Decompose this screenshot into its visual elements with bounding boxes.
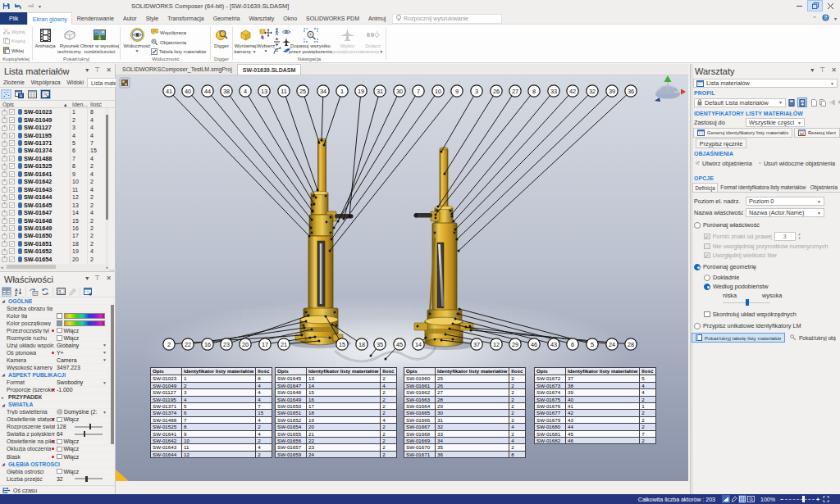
- visibility-checkbox-icon[interactable]: [9, 171, 15, 177]
- list-item[interactable]: SW-0102318: [0, 108, 103, 116]
- callout-balloon[interactable]: 32: [587, 85, 598, 97]
- panel-menu-icon[interactable]: ▾: [85, 275, 89, 282]
- profile-saveas-icon[interactable]: [797, 98, 807, 107]
- property-row[interactable]: Ścieżka obrazu tła: [0, 305, 115, 312]
- workshop-selector[interactable]: Lista materiałów ▼: [693, 79, 838, 88]
- property-value[interactable]: Y+: [57, 350, 64, 356]
- property-row[interactable]: Oś pionowaY+▼: [0, 349, 115, 356]
- callout-balloon[interactable]: 30: [394, 85, 405, 97]
- exact-radio[interactable]: [704, 275, 710, 281]
- property-row[interactable]: Użyj układu współr...Globalny▼: [0, 342, 115, 349]
- close-button[interactable]: [823, 0, 838, 11]
- prop-tool-refresh-icon[interactable]: [40, 287, 50, 297]
- callout-balloon[interactable]: 45: [394, 338, 405, 350]
- undo-icon[interactable]: [14, 2, 22, 10]
- create-callouts-button[interactable]: Utwórz objaśnienia: [692, 158, 756, 168]
- bom-tool-table-icon[interactable]: [27, 89, 38, 99]
- callout-balloon[interactable]: 33: [548, 85, 559, 97]
- callout-balloon[interactable]: 7: [413, 85, 424, 97]
- sb-render-icon[interactable]: [722, 495, 730, 503]
- expand-arrow-icon[interactable]: ◢: [2, 461, 5, 466]
- callout-balloon[interactable]: 38: [221, 85, 232, 97]
- viewport-mode-icon[interactable]: [120, 78, 130, 88]
- property-value[interactable]: 64: [57, 431, 103, 437]
- dropdown-caret-icon[interactable]: ▼: [103, 380, 107, 385]
- coord-checkbox[interactable]: [704, 311, 710, 318]
- callout-balloon[interactable]: 16: [202, 338, 213, 350]
- callout-balloon[interactable]: 31: [374, 85, 386, 97]
- property-row[interactable]: Światła z połyskiem64: [0, 431, 115, 438]
- skip-chars-checkbox[interactable]: ✓: [704, 234, 710, 240]
- callout-balloon[interactable]: 43: [548, 338, 559, 350]
- profile-export-icon[interactable]: [829, 99, 835, 106]
- property-value[interactable]: Włącz: [57, 469, 79, 474]
- collapse-ribbon-icon[interactable]: ⌃: [812, 16, 817, 22]
- profile-combo[interactable]: Default Lista materiałów ▼: [694, 98, 786, 107]
- list-item[interactable]: SW-0119544: [0, 131, 103, 138]
- visibility-checkbox-icon[interactable]: [9, 163, 15, 169]
- sb-fit-icon[interactable]: [746, 495, 755, 503]
- prop-tool-pencil-icon[interactable]: [67, 287, 77, 297]
- callout-balloon[interactable]: 3: [471, 85, 482, 97]
- bom-panel-tab[interactable]: Widoki: [64, 78, 87, 87]
- visibility-checkbox-icon[interactable]: [9, 179, 15, 184]
- toggle-bom-table-button[interactable]: Pokaż/ukryj tabelę listy materiałów: [692, 333, 785, 343]
- generate-ids-button[interactable]: Generuj identyfikatory listy materiałów: [693, 128, 792, 138]
- list-item[interactable]: SW-01649162: [0, 225, 103, 232]
- callout-balloon[interactable]: 14: [413, 338, 424, 350]
- profile-copy-icon[interactable]: [819, 99, 826, 107]
- callout-balloon[interactable]: 27: [509, 85, 521, 97]
- property-checkbox[interactable]: [57, 328, 62, 334]
- bom-tool-filter-icon[interactable]: [1, 89, 11, 99]
- zoom-out-icon[interactable]: −: [780, 497, 783, 502]
- collaboration-button[interactable]: Współpraca: [151, 28, 206, 37]
- case-checkbox[interactable]: ✓: [704, 252, 710, 259]
- menu-tab-solidworks-pdm[interactable]: SOLIDWORKS PDM: [302, 12, 364, 25]
- visibility-checkbox-icon[interactable]: [9, 210, 15, 216]
- similarity-radio[interactable]: [704, 284, 710, 290]
- callout-balloon[interactable]: 12: [491, 338, 502, 350]
- list-item[interactable]: SW-01647144: [0, 209, 103, 216]
- property-checkbox[interactable]: [57, 447, 62, 452]
- property-value[interactable]: [57, 313, 105, 319]
- property-checkbox[interactable]: [57, 454, 62, 460]
- color-swatch[interactable]: [57, 320, 62, 326]
- close-icon[interactable]: ✕: [106, 66, 112, 74]
- property-value[interactable]: Włącz: [57, 416, 79, 422]
- menu-tab-geometria[interactable]: Geometria: [208, 12, 244, 25]
- expand-arrow-icon[interactable]: ◢: [2, 402, 5, 407]
- property-value[interactable]: Włącz: [57, 454, 79, 460]
- remove-callouts-button[interactable]: Usuń widoczne objaśnienia: [756, 158, 838, 168]
- dropdown-caret-icon[interactable]: ▼: [103, 410, 107, 415]
- menu-tab-transformacja[interactable]: Transformacja: [163, 12, 208, 25]
- property-row[interactable]: KameraCamera▼: [0, 356, 115, 364]
- animation-button[interactable]: Animacja: [33, 27, 57, 49]
- property-row[interactable]: Głębia ostrościWłącz: [0, 468, 115, 475]
- zoom-vertical-tool-icon[interactable]: [273, 38, 282, 48]
- document-tab[interactable]: SW-01639.SLDASM: [237, 64, 301, 75]
- list-item[interactable]: SW-0112734: [0, 124, 103, 131]
- skip-chars-spinner[interactable]: 3: [774, 232, 796, 241]
- property-value[interactable]: Włącz: [57, 335, 79, 341]
- close-icon[interactable]: ✕: [106, 275, 112, 282]
- zoom-fit-button[interactable]: Dopasuj wszystko przez powiększenie: [288, 27, 333, 54]
- fullscreen-icon[interactable]: [822, 495, 830, 503]
- property-slider[interactable]: [75, 434, 103, 435]
- unique-ids-radio[interactable]: [694, 323, 701, 329]
- property-value[interactable]: 3497.223: [57, 365, 80, 370]
- list-item[interactable]: SW-01642102: [0, 178, 103, 185]
- property-row[interactable]: Wysokość kamery3497.223: [0, 364, 115, 371]
- property-checkbox[interactable]: [57, 469, 62, 474]
- sb-grid-icon[interactable]: [738, 495, 746, 503]
- list-item[interactable]: SW-0137157: [0, 139, 103, 147]
- prop-tool-reset-icon[interactable]: [29, 287, 39, 297]
- pin-icon[interactable]: ⊤: [94, 275, 100, 282]
- timeline-tab[interactable]: Oś czasu: [0, 485, 116, 494]
- property-row[interactable]: Okluzja otoczeniaWłącz: [0, 446, 115, 453]
- property-value[interactable]: Camera: [57, 357, 77, 363]
- menu-tab-style[interactable]: Style: [141, 12, 163, 25]
- visibility-checkbox-icon[interactable]: [9, 125, 15, 130]
- callout-balloon[interactable]: 40: [182, 85, 194, 97]
- panel-menu-icon[interactable]: ▾: [810, 66, 814, 74]
- dropdown-caret-icon[interactable]: ▼: [103, 350, 107, 355]
